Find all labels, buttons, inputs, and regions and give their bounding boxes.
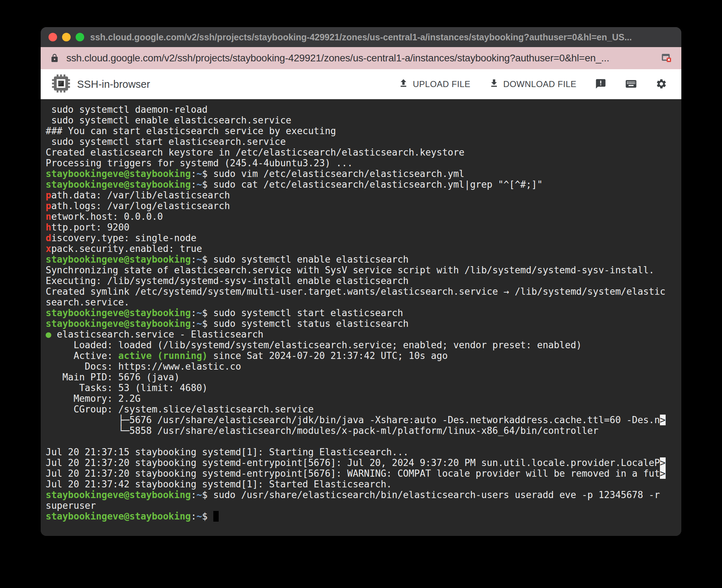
url-text[interactable]: ssh.cloud.google.com/v2/ssh/projects/sta…	[66, 52, 654, 64]
terminal-text-segment: ~	[197, 318, 202, 329]
terminal-line: staybookingeve@staybooking:~$ sudo syste…	[46, 254, 678, 265]
terminal-text-segment: Tasks: 53 (limit: 4680)	[46, 382, 208, 393]
terminal-text-segment: Jul 20 21:37:15 staybooking systemd[1]: …	[46, 447, 408, 457]
terminal-text-segment: active (running)	[118, 350, 208, 361]
terminal-line: http.port: 9200	[46, 222, 678, 233]
terminal-line: xpack.security.enabled: true	[46, 243, 678, 254]
terminal-line: staybookingeve@staybooking:~$ sudo syste…	[46, 318, 678, 329]
terminal-line: network.host: 0.0.0.0	[46, 211, 678, 222]
terminal-line: Jul 20 21:37:20 staybooking systemd-entr…	[46, 457, 678, 468]
terminal-text-segment: Loaded: loaded (/lib/systemd/system/elas…	[46, 340, 582, 350]
terminal-line: staybookingeve@staybooking:~$ sudo syste…	[46, 308, 678, 318]
terminal-text-segment: sudo cat /etc/elasticsearch/elasticsearc…	[213, 179, 543, 190]
terminal-text-segment: >	[660, 415, 666, 425]
terminal-text-segment: ath.data: /var/lib/elasticsearch	[51, 190, 230, 201]
terminal-text-segment: ~	[197, 490, 202, 500]
terminal-text-segment: :	[191, 511, 197, 522]
keyboard-button[interactable]	[625, 78, 637, 91]
terminal-text-segment: └─5858 /usr/share/elasticsearch/modules/…	[46, 425, 599, 436]
terminal[interactable]: sudo systemctl daemon-reload sudo system…	[41, 99, 681, 536]
terminal-line: Created elasticsearch keystore in /etc/e…	[46, 147, 678, 158]
terminal-line: Synchronizing state of elasticsearch.ser…	[46, 265, 678, 275]
terminal-line: Tasks: 53 (limit: 4680)	[46, 382, 678, 393]
terminal-text-segment: Synchronizing state of elasticsearch.ser…	[46, 265, 654, 275]
terminal-text-segment: >	[660, 468, 666, 479]
terminal-text-segment: x	[46, 243, 51, 254]
terminal-text-segment: d	[46, 233, 51, 243]
keyboard-icon	[625, 78, 637, 91]
terminal-text-segment: p	[46, 201, 51, 211]
terminal-line: Executing: /lib/systemd/systemd-sysv-ins…	[46, 275, 678, 286]
terminal-text-segment: sudo vim /etc/elasticsearch/elasticsearc…	[213, 168, 464, 179]
terminal-line: staybookingeve@staybooking:~$	[46, 511, 678, 522]
download-icon	[489, 78, 499, 90]
terminal-text-segment: staybookingeve@staybooking	[46, 168, 191, 179]
terminal-text-segment: h	[46, 222, 51, 233]
header-actions: UPLOAD FILE DOWNLOAD FILE	[398, 78, 667, 91]
terminal-text-segment: $	[202, 490, 213, 500]
close-button[interactable]	[49, 33, 57, 41]
terminal-text-segment: staybookingeve@staybooking	[46, 318, 191, 329]
ssh-chip-icon	[51, 74, 71, 95]
feedback-icon	[595, 78, 606, 91]
terminal-text-segment: Active:	[46, 350, 118, 361]
terminal-text-segment: :	[191, 318, 197, 329]
terminal-text-segment: ~	[197, 308, 202, 318]
window-title: ssh.cloud.google.com/v2/ssh/projects/sta…	[90, 32, 632, 42]
address-bar[interactable]: ssh.cloud.google.com/v2/ssh/projects/sta…	[41, 47, 681, 69]
terminal-line: staybookingeve@staybooking:~$ sudo cat /…	[46, 179, 678, 190]
terminal-text-segment: etwork.host: 0.0.0.0	[51, 211, 163, 222]
terminal-text-segment: sudo systemctl enable elasticsearch	[213, 254, 409, 265]
settings-gear-icon	[656, 78, 667, 91]
minimize-button[interactable]	[62, 33, 71, 41]
terminal-text-segment: sudo systemctl enable elasticsearch.serv…	[46, 115, 291, 126]
terminal-line: ● elasticsearch.service - Elasticsearch	[46, 329, 678, 340]
terminal-line	[46, 436, 678, 447]
terminal-cursor	[213, 511, 219, 522]
terminal-text-segment: staybookingeve@staybooking	[46, 308, 191, 318]
terminal-text-segment: $	[202, 254, 213, 265]
terminal-text-segment: Executing: /lib/systemd/systemd-sysv-ins…	[46, 275, 408, 286]
upload-file-button[interactable]: UPLOAD FILE	[398, 78, 471, 90]
terminal-line: └─5858 /usr/share/elasticsearch/modules/…	[46, 425, 678, 436]
terminal-text-segment: search.service.	[46, 297, 129, 308]
terminal-text-segment: staybookingeve@staybooking	[46, 490, 191, 500]
terminal-line: search.service.	[46, 297, 678, 308]
terminal-line: path.logs: /var/log/elasticsearch	[46, 201, 678, 211]
terminal-line: discovery.type: single-node	[46, 233, 678, 243]
browser-window: ssh.cloud.google.com/v2/ssh/projects/sta…	[41, 27, 681, 536]
terminal-text-segment: ├─5676 /usr/share/elasticsearch/jdk/bin/…	[46, 415, 660, 425]
terminal-text-segment: :	[191, 168, 197, 179]
feedback-button[interactable]	[595, 78, 606, 91]
terminal-text-segment: :	[191, 254, 197, 265]
terminal-line: Main PID: 5676 (java)	[46, 372, 678, 382]
terminal-text-segment: staybookingeve@staybooking	[46, 511, 191, 522]
terminal-text-segment: p	[46, 190, 51, 201]
lock-icon[interactable]	[50, 54, 59, 63]
terminal-text-segment: :	[191, 308, 197, 318]
settings-button[interactable]	[656, 78, 667, 91]
terminal-line: Jul 20 21:37:20 staybooking systemd-entr…	[46, 468, 678, 479]
terminal-text-segment: sudo systemctl start elasticsearch	[213, 308, 403, 318]
app-header: SSH-in-browser UPLOAD FILE DOWNLOAD FILE	[41, 69, 681, 99]
terminal-text-segment: ### You can start elasticsearch service …	[46, 126, 336, 136]
terminal-line: Memory: 2.2G	[46, 393, 678, 404]
zoom-button[interactable]	[76, 33, 84, 41]
terminal-line: path.data: /var/lib/elasticsearch	[46, 190, 678, 201]
terminal-text-segment: ttp.port: 9200	[51, 222, 129, 233]
terminal-text-segment: staybookingeve@staybooking	[46, 254, 191, 265]
download-file-button[interactable]: DOWNLOAD FILE	[489, 78, 576, 90]
terminal-text-segment: Created elasticsearch keystore in /etc/e…	[46, 147, 464, 158]
terminal-text-segment: Jul 20 21:37:20 staybooking systemd-entr…	[46, 468, 660, 479]
terminal-text-segment: superuser	[46, 500, 96, 511]
terminal-text-segment: Memory: 2.2G	[46, 393, 141, 404]
popup-blocked-icon[interactable]	[661, 52, 672, 64]
terminal-text-segment: iscovery.type: single-node	[51, 233, 197, 243]
terminal-text-segment: Jul 20 21:37:42 staybooking systemd[1]: …	[46, 479, 392, 490]
terminal-text-segment: ~	[197, 511, 202, 522]
terminal-line: ### You can start elasticsearch service …	[46, 126, 678, 136]
terminal-text-segment: since Sat 2024-07-20 21:37:42 UTC; 10s a…	[208, 350, 448, 361]
terminal-text-segment: Docs: https://www.elastic.co	[46, 361, 241, 372]
terminal-text-segment: Processing triggers for systemd (245.4-4…	[46, 158, 353, 168]
terminal-line: sudo systemctl enable elasticsearch.serv…	[46, 115, 678, 126]
